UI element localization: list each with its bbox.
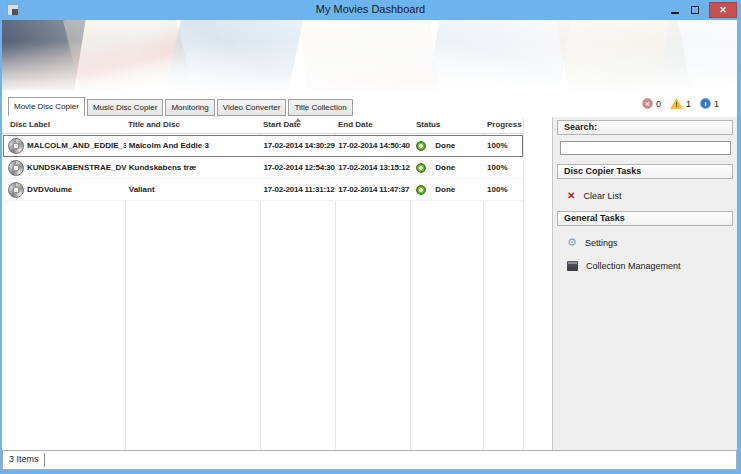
column-header-progress[interactable]: Progress xyxy=(483,117,523,133)
clear-list-button[interactable]: ✕ Clear List xyxy=(567,189,737,202)
tab-bar: Movie Disc Copier Music Disc Copier Moni… xyxy=(2,90,737,117)
disc-icon xyxy=(8,160,24,176)
start-date-cell: 17-02-2014 11:31:12 xyxy=(261,185,336,194)
maximize-icon xyxy=(691,6,699,14)
table-header: Disc Label Title and Disc Start Date End… xyxy=(2,117,523,134)
end-date-cell: 17-02-2014 13:15:12 xyxy=(335,163,410,172)
progress-cell: 100% xyxy=(483,185,523,194)
maximize-button[interactable] xyxy=(685,2,705,18)
general-tasks-header: General Tasks xyxy=(557,211,733,226)
settings-button[interactable]: ⚙ Settings xyxy=(567,236,737,249)
search-header-label: Search: xyxy=(564,122,597,132)
general-tasks-label: General Tasks xyxy=(564,213,625,223)
items-count: 3 Items xyxy=(9,454,39,464)
status-label: Done xyxy=(435,185,455,194)
tab-music-disc-copier[interactable]: Music Disc Copier xyxy=(87,99,163,116)
close-icon: ✕ xyxy=(719,5,727,15)
disc-label: DVDVolume xyxy=(27,185,72,194)
warning-icon: ! xyxy=(670,98,683,109)
close-button[interactable]: ✕ xyxy=(709,2,737,18)
column-header-end-date[interactable]: End Date xyxy=(335,117,410,133)
task-panel: Search: Disc Copier Tasks ✕ Clear List G… xyxy=(552,117,737,450)
minimize-button[interactable] xyxy=(665,2,685,18)
collection-management-label: Collection Management xyxy=(586,261,681,271)
end-date-cell: 17-02-2014 11:47:37 xyxy=(335,185,410,194)
minimize-icon xyxy=(671,12,679,14)
status-bar: 3 Items xyxy=(2,450,737,470)
disc-copier-tasks-header: Disc Copier Tasks xyxy=(557,164,733,179)
window-controls: ✕ xyxy=(665,0,737,20)
disc-icon xyxy=(8,182,24,198)
titlebar: My Movies Dashboard ✕ xyxy=(0,0,741,20)
progress-cell: 100% xyxy=(483,163,523,172)
table-row[interactable]: KUNDSKABENSTRAE_DVD Kundskabens træ 17-0… xyxy=(3,157,523,179)
info-icon: i xyxy=(700,98,711,109)
status-label: Done xyxy=(435,163,455,172)
main-content: Disc Label Title and Disc Start Date End… xyxy=(2,117,737,450)
settings-label: Settings xyxy=(585,238,618,248)
status-label: Done xyxy=(435,141,455,150)
error-count: 0 xyxy=(656,99,661,109)
error-icon: ✕ xyxy=(642,98,653,109)
tab-movie-disc-copier[interactable]: Movie Disc Copier xyxy=(8,97,85,116)
title-cell: Valiant xyxy=(126,185,261,194)
start-date-cell: 17-02-2014 14:30:29 xyxy=(261,141,336,150)
disc-label: KUNDSKABENSTRAE_DVD xyxy=(27,163,126,172)
window-title: My Movies Dashboard xyxy=(0,3,741,15)
column-header-status[interactable]: Status xyxy=(410,117,483,133)
status-done-icon xyxy=(416,163,426,173)
column-header-start-date[interactable]: Start Date xyxy=(260,117,335,133)
statusbar-separator xyxy=(44,453,45,467)
progress-cell: 100% xyxy=(483,141,523,150)
app-window: My Movies Dashboard ✕ Movie Disc Copier … xyxy=(0,0,741,474)
tab-monitoring[interactable]: Monitoring xyxy=(165,99,214,116)
warning-count: 1 xyxy=(686,99,691,109)
table-row[interactable]: MALCOLM_AND_EDDIE_3 Malcolm And Eddie 3 … xyxy=(3,135,523,157)
status-indicators: ✕ 0 ! 1 i 1 xyxy=(642,98,719,109)
tab-video-converter[interactable]: Video Converter xyxy=(217,99,287,116)
table-row[interactable]: DVDVolume Valiant 17-02-2014 11:31:12 17… xyxy=(3,179,523,201)
search-input[interactable] xyxy=(560,141,731,155)
job-list: Disc Label Title and Disc Start Date End… xyxy=(2,117,552,450)
disc-label: MALCOLM_AND_EDDIE_3 xyxy=(27,141,126,150)
gear-icon: ⚙ xyxy=(567,237,577,248)
clear-list-icon: ✕ xyxy=(567,191,575,201)
start-date-cell: 17-02-2014 12:54:30 xyxy=(261,163,336,172)
info-indicator[interactable]: i 1 xyxy=(700,98,719,109)
sort-ascending-icon xyxy=(295,118,301,122)
clear-list-label: Clear List xyxy=(583,191,621,201)
collection-management-button[interactable]: Collection Management xyxy=(567,259,737,272)
error-indicator[interactable]: ✕ 0 xyxy=(642,98,661,109)
title-cell: Malcolm And Eddie 3 xyxy=(126,141,261,150)
status-done-icon xyxy=(416,141,426,151)
end-date-cell: 17-02-2014 14:50:40 xyxy=(335,141,410,150)
info-count: 1 xyxy=(714,99,719,109)
banner-collage xyxy=(2,20,737,90)
tab-list: Movie Disc Copier Music Disc Copier Moni… xyxy=(8,97,355,116)
title-cell: Kundskabens træ xyxy=(126,163,261,172)
column-header-title-and-disc[interactable]: Title and Disc xyxy=(125,117,260,133)
column-divider xyxy=(523,117,524,450)
tab-title-collection[interactable]: Title Collection xyxy=(288,99,352,116)
warning-indicator[interactable]: ! 1 xyxy=(670,98,691,109)
disc-copier-tasks-label: Disc Copier Tasks xyxy=(564,166,641,176)
disc-icon xyxy=(8,138,24,154)
collection-icon xyxy=(567,261,578,271)
search-header: Search: xyxy=(557,120,733,135)
column-header-disc-label[interactable]: Disc Label xyxy=(2,117,125,133)
banner-fade-overlay xyxy=(2,20,737,90)
status-done-icon xyxy=(416,185,426,195)
